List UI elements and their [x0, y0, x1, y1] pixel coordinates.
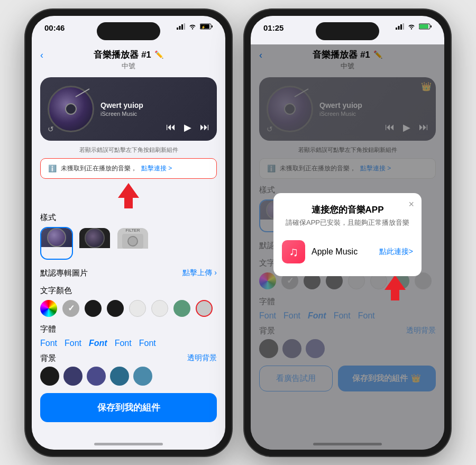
- svg-marker-16: [385, 275, 406, 300]
- battery-icon-2: [419, 23, 432, 30]
- widget-song-title-1: Qwert yuiop: [100, 101, 209, 110]
- signal-icon-2: [396, 23, 404, 30]
- save-button-1[interactable]: 保存到我的組件: [40, 393, 217, 422]
- svg-rect-3: [184, 23, 186, 30]
- status-icons-1: ⚡: [177, 23, 213, 30]
- color-rainbow-1[interactable]: [40, 300, 57, 317]
- status-icons-2: [396, 23, 432, 30]
- arrow-up-1: [32, 182, 225, 208]
- modal-title-2: 連接您的音樂APP: [282, 204, 413, 216]
- modal-close-2[interactable]: ×: [408, 199, 414, 209]
- font-opt-1-1[interactable]: Font: [40, 339, 57, 348]
- wifi-icon-1: [188, 23, 197, 30]
- info-icon-1: ℹ️: [48, 165, 57, 172]
- style-opt-3-1[interactable]: FILTER: [116, 227, 149, 260]
- svg-text:⚡: ⚡: [201, 25, 206, 30]
- bg-swatch-2[interactable]: [63, 367, 83, 386]
- screen-content-2: ‹ 音樂播放器 #1 ✏️ 中號 Qwert yuiop iScreen Mus…: [251, 44, 444, 450]
- font-color-label-1: 文字顏色: [32, 282, 225, 298]
- apple-music-icon-2: ♫: [282, 240, 305, 263]
- music-widget-1: Qwert yuiop iScreen Music ⏮ ▶ ⏭ ↺: [40, 77, 217, 141]
- screen-content-1: ‹ 音樂播放器 #1 ✏️ 中號 Qwert yuiop iScreen Mus…: [32, 44, 225, 450]
- bg-swatch-4[interactable]: [110, 367, 129, 386]
- color-white2-1[interactable]: [151, 300, 168, 317]
- color-white-1[interactable]: [129, 300, 146, 317]
- font-opt-3-1[interactable]: Font: [89, 339, 107, 348]
- modal-card-2: × 連接您的音樂APP 請確保APP已安裝，且能夠正常播放音樂 ♫ Apple …: [273, 193, 422, 276]
- header-subtitle-1: 中號: [122, 61, 135, 71]
- svg-marker-8: [118, 183, 139, 208]
- section-style-label-1: 樣式: [32, 209, 225, 225]
- widget-controls-1: ⏮ ▶ ⏭: [166, 122, 209, 133]
- style-options-1: FILTER: [32, 225, 225, 264]
- svg-rect-10: [398, 26, 400, 30]
- bg-label-1: 背景: [40, 353, 56, 363]
- error-text-1: 未獲取到正在播放的音樂，: [61, 164, 137, 173]
- phone-2: 01:25 ‹: [244, 10, 451, 456]
- font-opt-2-1[interactable]: Font: [65, 339, 81, 348]
- home-indicator-1: [94, 443, 163, 445]
- error-link-1[interactable]: 點擊連接 >: [141, 164, 172, 173]
- back-button-1[interactable]: ‹: [40, 50, 43, 61]
- style-opt-1-1[interactable]: [40, 227, 73, 260]
- svg-rect-1: [179, 26, 181, 30]
- default-album-label-1: 默認專輯圖片: [40, 268, 88, 278]
- phone-screen-2: 01:25 ‹: [251, 16, 444, 450]
- color-options-1: [32, 298, 225, 321]
- color-gray-1[interactable]: [62, 300, 79, 317]
- red-arrow-2: [379, 274, 411, 300]
- signal-icon-1: [177, 23, 185, 30]
- widget-song-sub-1: iScreen Music: [100, 111, 209, 117]
- svg-rect-2: [181, 24, 183, 30]
- modal-overlay-2: × 連接您的音樂APP 請確保APP已安裝，且能夠正常播放音樂 ♫ Apple …: [251, 44, 444, 450]
- modal-subtitle-2: 請確保APP已安裝，且能夠正常播放音樂: [282, 218, 413, 227]
- modal-connect-link-2[interactable]: 點此連接>: [379, 247, 413, 257]
- upload-action-1[interactable]: 點擊上傳 ›: [182, 268, 217, 278]
- svg-rect-12: [403, 23, 405, 30]
- color-black-1[interactable]: [85, 300, 102, 317]
- bg-swatch-1[interactable]: [40, 367, 59, 386]
- color-green-1[interactable]: [173, 300, 190, 317]
- arrow-container-2: [273, 274, 422, 300]
- edit-icon-1[interactable]: ✏️: [154, 50, 163, 59]
- modal-row-2: ♫ Apple Music 點此連接>: [282, 236, 413, 268]
- color-outlined-1[interactable]: [196, 300, 213, 317]
- bg-options-1: [32, 364, 225, 388]
- font-opt-5-1[interactable]: Font: [139, 339, 156, 348]
- default-album-row-1: 默認專輯圖片 點擊上傳 ›: [32, 264, 225, 282]
- svg-rect-11: [400, 24, 402, 30]
- svg-rect-15: [419, 24, 428, 29]
- next-icon-1[interactable]: ⏭: [200, 122, 209, 133]
- font-opt-4-1[interactable]: Font: [115, 339, 132, 348]
- play-icon-1[interactable]: ▶: [184, 122, 191, 133]
- style-opt-2-1[interactable]: [78, 227, 111, 260]
- prev-icon-1[interactable]: ⏮: [166, 122, 176, 133]
- bg-transparent-link-1[interactable]: 透明背景: [187, 353, 217, 363]
- battery-icon-1: ⚡: [200, 23, 213, 30]
- bg-swatch-3[interactable]: [87, 367, 106, 386]
- widget-arm-1: [76, 88, 90, 97]
- color-black2-1[interactable]: [107, 300, 124, 317]
- header-title-1: 音樂播放器 #1 ✏️: [94, 49, 163, 61]
- bg-swatch-5[interactable]: [133, 367, 152, 386]
- svg-rect-0: [177, 28, 178, 30]
- modal-app-name-2: Apple Music: [312, 247, 373, 257]
- error-banner-1[interactable]: ℹ️ 未獲取到正在播放的音樂， 點擊連接 >: [40, 158, 217, 179]
- widget-info-1: Qwert yuiop iScreen Music: [94, 101, 209, 117]
- bg-row-1: 背景 透明背景: [32, 352, 225, 364]
- red-arrow-1: [113, 182, 144, 208]
- phone-1: 00:46 ⚡: [25, 10, 232, 456]
- modal-container-2: × 連接您的音樂APP 請確保APP已安裝，且能夠正常播放音樂 ♫ Apple …: [273, 193, 422, 300]
- svg-rect-9: [396, 28, 397, 30]
- refresh-hint-1: 若顯示錯誤可點擊左下角按鈕刷新組件: [32, 145, 225, 155]
- dynamic-island-1: [97, 22, 160, 40]
- phone-screen-1: 00:46 ⚡: [32, 16, 225, 450]
- svg-rect-14: [431, 25, 432, 28]
- widget-album-1: [48, 86, 94, 132]
- app-header-1: ‹ 音樂播放器 #1 ✏️ 中號: [32, 44, 225, 73]
- refresh-icon-1[interactable]: ↺: [48, 125, 54, 133]
- dynamic-island-2: [316, 22, 379, 40]
- wifi-icon-2: [407, 23, 416, 30]
- svg-rect-5: [212, 25, 213, 28]
- font-options-1: Font Font Font Font Font: [32, 336, 225, 352]
